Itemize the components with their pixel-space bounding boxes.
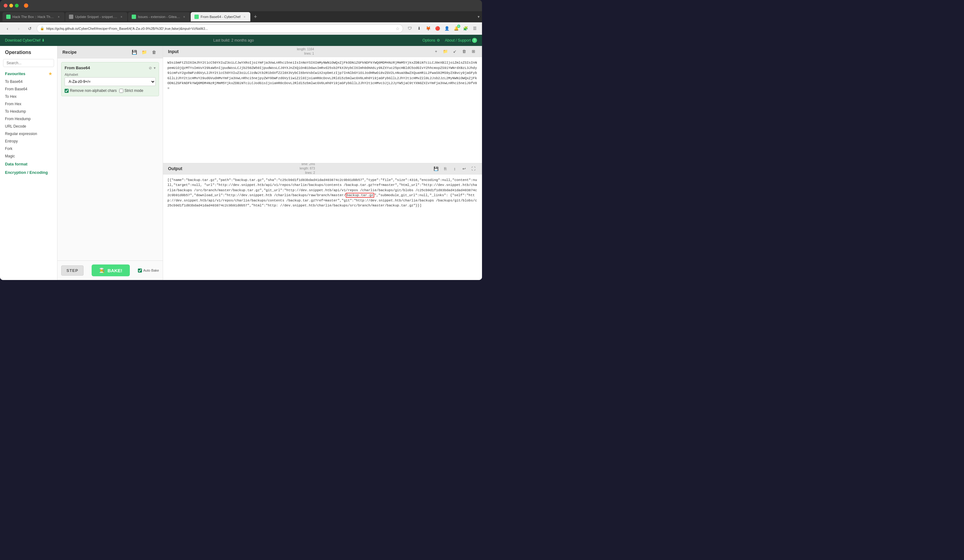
output-save-button[interactable]: 💾 bbox=[432, 165, 440, 172]
address-bar[interactable]: 🔒 https://gchq.github.io/CyberChef/#reci… bbox=[37, 24, 403, 33]
step-button[interactable]: STEP bbox=[61, 265, 83, 276]
tab-cyberchef[interactable]: From Base64 - CyberChef × bbox=[191, 12, 250, 21]
strict-mode-checkbox[interactable] bbox=[119, 89, 123, 93]
sidebar-item-regex[interactable]: Regular expression bbox=[0, 130, 57, 138]
tab-overflow-button[interactable]: ▾ bbox=[478, 15, 480, 19]
input-trash-button[interactable]: 🗑 bbox=[460, 48, 468, 55]
remove-non-alphabet-checkbox[interactable] bbox=[65, 89, 68, 93]
topbar-right: Options ⚙ About / Support ? bbox=[422, 38, 477, 43]
output-undo-button[interactable]: ↩ bbox=[460, 165, 468, 172]
download-icon[interactable]: ⬇ bbox=[415, 24, 423, 32]
data-format-section[interactable]: Data format bbox=[0, 160, 57, 168]
output-content[interactable]: [{"name":"backup.tar.gz","path":"backup.… bbox=[163, 174, 482, 280]
input-lines: 1 bbox=[313, 52, 314, 55]
menu-icon[interactable]: ☰ bbox=[471, 24, 479, 32]
favourites-section[interactable]: Favourites ★ bbox=[0, 70, 57, 78]
sidebar-item-entropy[interactable]: Entropy bbox=[0, 138, 57, 145]
input-folder-button[interactable]: 📁 bbox=[441, 48, 449, 55]
recipe-footer: STEP 👨‍🍳 BAKE! Auto Bake bbox=[57, 260, 163, 280]
auto-bake-label[interactable]: Auto Bake bbox=[138, 268, 159, 273]
io-panels: Input length: 1164 lines: 1 + 📁 ↙ 🗑 ⊞ bbox=[163, 46, 482, 280]
recipe-folder-button[interactable]: 📁 bbox=[140, 49, 148, 56]
options-label: Options bbox=[422, 38, 435, 42]
extension-icon[interactable]: 🔴 bbox=[433, 24, 441, 32]
minimize-button[interactable] bbox=[9, 4, 13, 7]
sidebar-item-to-hex[interactable]: To Hex bbox=[0, 93, 57, 100]
tab-gitea[interactable]: Issues - extension - Gitea: Git w... × bbox=[128, 12, 190, 21]
output-panel-meta: time: 2ms length: 873 lines: 2 bbox=[300, 163, 315, 175]
input-panel-title: Input bbox=[168, 49, 179, 54]
sidebar-item-from-base64[interactable]: From Base64 bbox=[0, 85, 57, 93]
new-tab-button[interactable]: + bbox=[251, 12, 260, 21]
options-icon: ⚙ bbox=[436, 38, 440, 42]
sidebar-item-to-hexdump[interactable]: To Hexdump bbox=[0, 108, 57, 115]
tab-gitea-close[interactable]: × bbox=[182, 15, 186, 19]
extensions-puzzle-icon[interactable]: 🧩 bbox=[461, 24, 470, 32]
close-button[interactable] bbox=[4, 4, 7, 7]
firefox-account-icon[interactable]: 🦊 bbox=[424, 24, 432, 32]
tab-snippet[interactable]: Update Snippet - snippet.htb × bbox=[65, 12, 127, 21]
tab-htb[interactable]: Hack The Box :: Hack The Box × bbox=[2, 12, 65, 21]
download-cyberchef-link[interactable]: Download CyberChef ⬇ bbox=[5, 38, 45, 42]
sidebar-item-fork[interactable]: Fork bbox=[0, 145, 57, 153]
input-content[interactable]: W3sibmFtZSI6ImJhY2t1cC50YXIuZ3oiLCJwYXRo… bbox=[163, 57, 482, 163]
remove-non-alphabet-label[interactable]: Remove non-alphabet chars bbox=[65, 88, 117, 93]
output-panel: Output time: 2ms length: 873 lines: 2 💾 … bbox=[163, 163, 482, 280]
maximize-button[interactable] bbox=[15, 4, 19, 7]
output-lines: 2 bbox=[313, 171, 315, 174]
search-input[interactable] bbox=[3, 59, 54, 67]
tab-gitea-icon bbox=[132, 15, 136, 19]
sidebar-item-label: Entropy bbox=[5, 139, 18, 143]
recipe-header: Recipe 💾 📁 🗑 bbox=[57, 46, 163, 58]
reload-button[interactable]: ↺ bbox=[26, 24, 34, 33]
sidebar-item-label: Magic bbox=[5, 154, 15, 158]
recipe-save-button[interactable]: 💾 bbox=[130, 49, 138, 56]
app-body: Operations Favourites ★ To Base64 From B… bbox=[0, 46, 482, 280]
output-replace-button[interactable]: ↕ bbox=[451, 165, 458, 172]
about-icon: ? bbox=[472, 38, 477, 43]
encryption-section[interactable]: Encryption / Encoding bbox=[0, 168, 57, 177]
options-link[interactable]: Options ⚙ bbox=[422, 38, 440, 42]
input-arrow-button[interactable]: ↙ bbox=[451, 48, 458, 55]
tab-htb-icon bbox=[6, 15, 11, 19]
tab-cyberchef-close[interactable]: × bbox=[242, 15, 247, 19]
bake-label: BAKE! bbox=[107, 268, 122, 273]
recipe-minimize-button[interactable]: ▾ bbox=[154, 66, 156, 70]
bake-button[interactable]: 👨‍🍳 BAKE! bbox=[91, 265, 130, 276]
about-link[interactable]: About / Support ? bbox=[445, 38, 477, 43]
input-grid-button[interactable]: ⊞ bbox=[470, 48, 477, 55]
shield-icon[interactable]: 🛡 bbox=[405, 24, 414, 32]
recipe-content: From Base64 ⊘ ▾ Alphabet A-Za-z0-9+/= bbox=[57, 58, 163, 260]
forward-button[interactable]: › bbox=[14, 24, 23, 33]
auto-bake-checkbox[interactable] bbox=[138, 268, 142, 273]
input-add-button[interactable]: + bbox=[432, 48, 440, 55]
recipe-clear-button[interactable]: 🗑 bbox=[150, 49, 158, 56]
bookmark-icon[interactable]: ☆ bbox=[396, 26, 400, 31]
recipe-disable-button[interactable]: ⊘ bbox=[149, 66, 152, 70]
notifications-icon[interactable]: 🔔6 bbox=[452, 24, 460, 32]
strict-mode-label[interactable]: Strict mode bbox=[119, 88, 143, 93]
app: Download CyberChef ⬇ Last build: 2 month… bbox=[0, 35, 482, 280]
tab-snippet-close[interactable]: × bbox=[119, 15, 124, 19]
sidebar-item-url-decode[interactable]: URL Decode bbox=[0, 123, 57, 130]
output-copy-button[interactable]: ⎘ bbox=[441, 165, 449, 172]
recipe-actions: 💾 📁 🗑 bbox=[130, 49, 158, 56]
download-icon: ⬇ bbox=[42, 38, 45, 42]
sidebar-item-from-hexdump[interactable]: From Hexdump bbox=[0, 115, 57, 123]
back-button[interactable]: ‹ bbox=[3, 24, 12, 33]
recipe-card-from-base64: From Base64 ⊘ ▾ Alphabet A-Za-z0-9+/= bbox=[61, 62, 159, 96]
sidebar-item-label: To Base64 bbox=[5, 80, 23, 84]
sidebar-item-to-base64[interactable]: To Base64 bbox=[0, 78, 57, 85]
tab-htb-close[interactable]: × bbox=[57, 15, 61, 19]
input-panel-header: Input length: 1164 lines: 1 + 📁 ↙ 🗑 ⊞ bbox=[163, 46, 482, 57]
sidebar-item-label: Regular expression bbox=[5, 131, 37, 136]
favourites-star-icon: ★ bbox=[49, 71, 52, 76]
output-length: 873 bbox=[310, 167, 315, 170]
tab-cyberchef-label: From Base64 - CyberChef bbox=[200, 15, 240, 19]
output-expand-button[interactable]: ⛶ bbox=[470, 165, 477, 172]
sidebar-item-from-hex[interactable]: From Hex bbox=[0, 100, 57, 108]
sidebar-item-label: From Hex bbox=[5, 102, 21, 106]
sidebar-item-magic[interactable]: Magic bbox=[0, 153, 57, 160]
alphabet-select[interactable]: A-Za-z0-9+/= bbox=[65, 77, 156, 86]
profile-icon[interactable]: 👤 bbox=[443, 24, 451, 32]
